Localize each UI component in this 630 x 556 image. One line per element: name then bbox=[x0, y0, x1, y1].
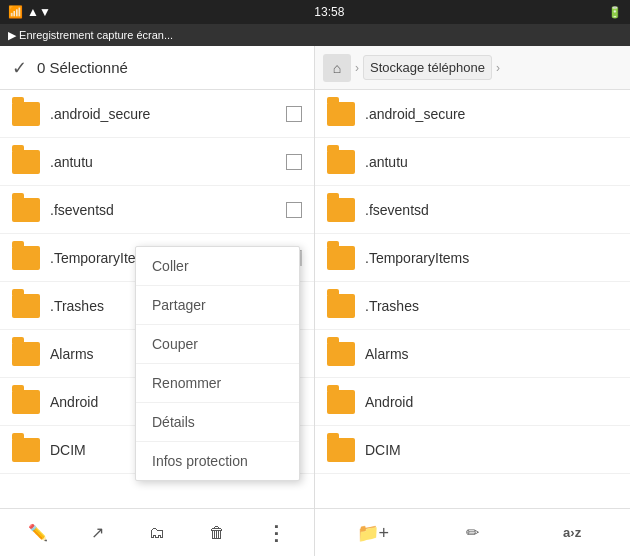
breadcrumb-end: › bbox=[496, 61, 500, 75]
status-time: 13:58 bbox=[314, 5, 344, 19]
status-icons: 📶 ▲▼ bbox=[8, 5, 51, 19]
sort-button[interactable]: a›z bbox=[554, 515, 590, 551]
folder-icon bbox=[12, 150, 40, 174]
breadcrumb-item[interactable]: Stockage téléphone bbox=[363, 55, 492, 80]
battery-icon: 🔋 bbox=[608, 6, 622, 19]
share-button[interactable]: ↗ bbox=[79, 515, 115, 551]
left-panel: ✓ 0 Sélectionné .android_secure .antutu … bbox=[0, 46, 315, 556]
file-name: Alarms bbox=[365, 346, 618, 362]
context-menu: Coller Partager Couper Renommer Détails … bbox=[135, 246, 300, 481]
folder-icon bbox=[327, 102, 355, 126]
home-icon[interactable]: ⌂ bbox=[323, 54, 351, 82]
file-name: .antutu bbox=[50, 154, 276, 170]
folder-icon bbox=[327, 150, 355, 174]
file-name: .android_secure bbox=[365, 106, 618, 122]
folder-icon bbox=[327, 342, 355, 366]
context-menu-item-infos[interactable]: Infos protection bbox=[136, 442, 299, 480]
file-name: Android bbox=[365, 394, 618, 410]
list-item[interactable]: Android bbox=[315, 378, 630, 426]
list-item[interactable]: .fseventsd bbox=[0, 186, 314, 234]
file-name: DCIM bbox=[365, 442, 618, 458]
pencil-icon: ✏ bbox=[466, 523, 479, 542]
list-item[interactable]: .android_secure bbox=[0, 90, 314, 138]
file-name: .fseventsd bbox=[50, 202, 276, 218]
more-button[interactable]: ⋮ bbox=[258, 515, 294, 551]
folder-icon bbox=[12, 198, 40, 222]
file-name: .antutu bbox=[365, 154, 618, 170]
folder-icon bbox=[12, 342, 40, 366]
folder-icon bbox=[327, 390, 355, 414]
copy-icon: 🗂 bbox=[149, 524, 165, 542]
more-icon: ⋮ bbox=[266, 521, 287, 545]
right-panel: ⌂ › Stockage téléphone › .android_secure… bbox=[315, 46, 630, 556]
checkbox[interactable] bbox=[286, 202, 302, 218]
file-name: .fseventsd bbox=[365, 202, 618, 218]
breadcrumb-separator: › bbox=[355, 61, 359, 75]
folder-icon bbox=[327, 198, 355, 222]
folder-icon bbox=[12, 246, 40, 270]
notification-icon: ▶ bbox=[8, 29, 16, 42]
list-item[interactable]: .antutu bbox=[315, 138, 630, 186]
checkbox[interactable] bbox=[286, 154, 302, 170]
home-symbol: ⌂ bbox=[333, 60, 341, 76]
context-menu-item-coller[interactable]: Coller bbox=[136, 247, 299, 286]
notification-bar: ▶ Enregistrement capture écran... bbox=[0, 24, 630, 46]
copy-button[interactable]: 🗂 bbox=[139, 515, 175, 551]
selected-count: 0 Sélectionné bbox=[37, 59, 128, 76]
share-icon: ↗ bbox=[91, 523, 104, 542]
folder-icon bbox=[327, 438, 355, 462]
folder-icon bbox=[327, 246, 355, 270]
folder-icon bbox=[12, 294, 40, 318]
folder-icon bbox=[12, 390, 40, 414]
list-item[interactable]: DCIM bbox=[315, 426, 630, 474]
right-toolbar: 📁+ ✏ a›z bbox=[315, 508, 630, 556]
checkmark-icon: ✓ bbox=[12, 57, 27, 79]
add-folder-button[interactable]: 📁+ bbox=[355, 515, 391, 551]
wifi-icon: ▲▼ bbox=[27, 5, 51, 19]
file-name: .Trashes bbox=[365, 298, 618, 314]
signal-icon: 📶 bbox=[8, 5, 23, 19]
list-item[interactable]: .fseventsd bbox=[315, 186, 630, 234]
list-item[interactable]: Alarms bbox=[315, 330, 630, 378]
main-content: ✓ 0 Sélectionné .android_secure .antutu … bbox=[0, 46, 630, 556]
edit-button[interactable]: ✏️ bbox=[20, 515, 56, 551]
rename-button[interactable]: ✏ bbox=[454, 515, 490, 551]
context-menu-item-partager[interactable]: Partager bbox=[136, 286, 299, 325]
context-menu-item-couper[interactable]: Couper bbox=[136, 325, 299, 364]
folder-icon bbox=[327, 294, 355, 318]
folder-icon bbox=[12, 102, 40, 126]
file-name: .android_secure bbox=[50, 106, 276, 122]
notification-text: Enregistrement capture écran... bbox=[19, 29, 173, 41]
list-item[interactable]: .android_secure bbox=[315, 90, 630, 138]
left-toolbar: ✏️ ↗ 🗂 🗑 ⋮ bbox=[0, 508, 314, 556]
context-menu-item-renommer[interactable]: Renommer bbox=[136, 364, 299, 403]
list-item[interactable]: .antutu bbox=[0, 138, 314, 186]
folder-icon bbox=[12, 438, 40, 462]
delete-icon: 🗑 bbox=[209, 524, 225, 542]
right-header: ⌂ › Stockage téléphone › bbox=[315, 46, 630, 90]
left-header: ✓ 0 Sélectionné bbox=[0, 46, 314, 90]
status-bar: 📶 ▲▼ 13:58 🔋 bbox=[0, 0, 630, 24]
add-folder-icon: 📁+ bbox=[357, 522, 390, 544]
file-name: .TemporaryItems bbox=[365, 250, 618, 266]
delete-button[interactable]: 🗑 bbox=[199, 515, 235, 551]
edit-icon: ✏️ bbox=[28, 523, 48, 542]
list-item[interactable]: .Trashes bbox=[315, 282, 630, 330]
checkbox[interactable] bbox=[286, 106, 302, 122]
status-right: 🔋 bbox=[608, 6, 622, 19]
context-menu-item-details[interactable]: Détails bbox=[136, 403, 299, 442]
list-item[interactable]: .TemporaryItems bbox=[315, 234, 630, 282]
sort-icon: a›z bbox=[563, 525, 581, 540]
right-file-list: .android_secure .antutu .fseventsd .Temp… bbox=[315, 90, 630, 508]
